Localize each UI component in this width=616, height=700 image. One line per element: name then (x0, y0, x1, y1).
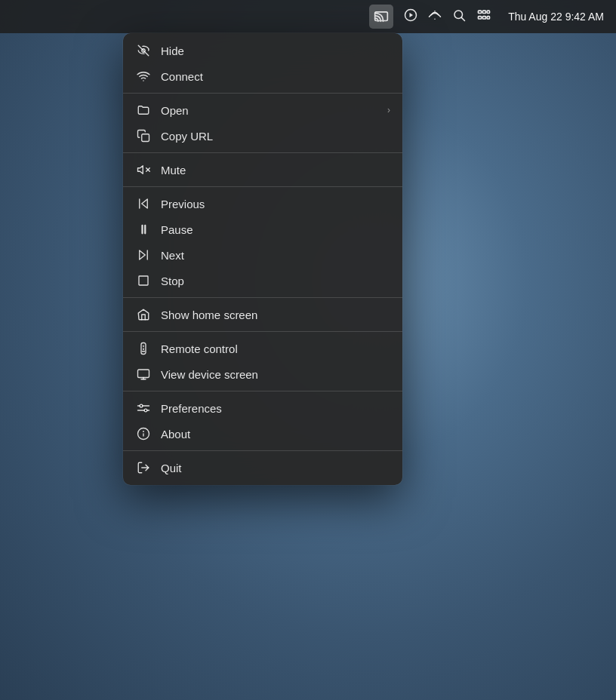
separator-1 (123, 93, 402, 94)
menu-item-connect[interactable]: Connect (123, 63, 402, 89)
pause-icon (135, 223, 152, 236)
menu-item-about[interactable]: About (123, 421, 402, 447)
separator-5 (123, 331, 402, 332)
menu-item-previous[interactable]: Previous (123, 191, 402, 216)
separator-2 (123, 152, 402, 153)
cast-icon[interactable] (369, 5, 393, 29)
svg-marker-16 (138, 166, 143, 174)
preferences-icon (135, 401, 152, 415)
search-icon[interactable] (452, 8, 466, 25)
play-icon[interactable] (404, 8, 417, 25)
open-submenu-chevron: › (387, 105, 390, 115)
signal-icon[interactable] (428, 8, 442, 25)
copy-url-label: Copy URL (161, 130, 390, 143)
separator-6 (123, 391, 402, 391)
about-label: About (161, 428, 390, 441)
svg-point-4 (434, 19, 436, 20)
menu-item-open[interactable]: Open › (123, 97, 402, 123)
connect-wifi-icon (135, 69, 152, 83)
menubar-icons: Thu Aug 22 9:42 AM (369, 5, 604, 29)
menu-item-quit[interactable]: Quit (123, 455, 402, 480)
hide-label: Hide (161, 45, 390, 57)
stop-icon (135, 274, 152, 287)
svg-point-14 (143, 80, 144, 81)
svg-line-6 (462, 17, 465, 20)
svg-rect-10 (479, 17, 482, 19)
pause-label: Pause (161, 223, 390, 236)
stop-label: Stop (161, 275, 390, 287)
info-icon (135, 427, 152, 441)
quit-label: Quit (161, 462, 390, 474)
view-device-screen-label: View device screen (161, 368, 390, 381)
separator-4 (123, 297, 402, 298)
menu-item-remote-control[interactable]: Remote control (123, 336, 402, 361)
menu-item-stop[interactable]: Stop (123, 268, 402, 293)
remote-control-label: Remote control (161, 342, 390, 355)
show-home-screen-label: Show home screen (161, 309, 390, 321)
svg-marker-23 (140, 250, 146, 259)
hide-icon (135, 44, 152, 57)
previous-icon (135, 197, 152, 210)
quit-icon (135, 461, 152, 474)
controls-icon[interactable] (476, 8, 491, 26)
mute-icon (135, 163, 152, 177)
separator-7 (123, 450, 402, 451)
menu-item-mute[interactable]: Mute (123, 157, 402, 183)
menu-item-copy-url[interactable]: Copy URL (123, 123, 402, 149)
svg-rect-30 (138, 370, 149, 378)
svg-rect-15 (142, 134, 149, 142)
svg-marker-2 (410, 13, 414, 17)
home-icon (135, 308, 152, 321)
folder-icon (135, 103, 152, 117)
next-icon (135, 248, 152, 262)
preferences-label: Preferences (161, 402, 390, 415)
svg-rect-7 (479, 11, 482, 13)
copy-icon (135, 129, 152, 143)
context-menu: Hide Connect Open › (123, 33, 402, 485)
menu-item-pause[interactable]: Pause (123, 216, 402, 242)
menubar-clock: Thu Aug 22 9:42 AM (508, 11, 604, 23)
menubar: Thu Aug 22 9:42 AM (0, 0, 616, 33)
screen-icon (135, 367, 152, 381)
svg-rect-8 (482, 11, 485, 13)
menu-item-preferences[interactable]: Preferences (123, 395, 402, 421)
next-label: Next (161, 249, 390, 262)
menu-item-view-device-screen[interactable]: View device screen (123, 361, 402, 387)
previous-label: Previous (161, 198, 390, 210)
svg-point-28 (143, 348, 144, 350)
svg-rect-9 (487, 11, 489, 13)
remote-icon (135, 342, 152, 355)
svg-rect-25 (139, 276, 148, 285)
separator-3 (123, 186, 402, 187)
menu-item-next[interactable]: Next (123, 242, 402, 268)
svg-rect-12 (487, 17, 489, 19)
menu-item-show-home-screen[interactable]: Show home screen (123, 302, 402, 327)
mute-label: Mute (161, 164, 390, 177)
connect-label: Connect (161, 70, 390, 83)
svg-marker-19 (142, 199, 148, 208)
menu-item-hide[interactable]: Hide (123, 38, 402, 63)
svg-rect-11 (482, 17, 485, 19)
open-label: Open (161, 104, 378, 117)
